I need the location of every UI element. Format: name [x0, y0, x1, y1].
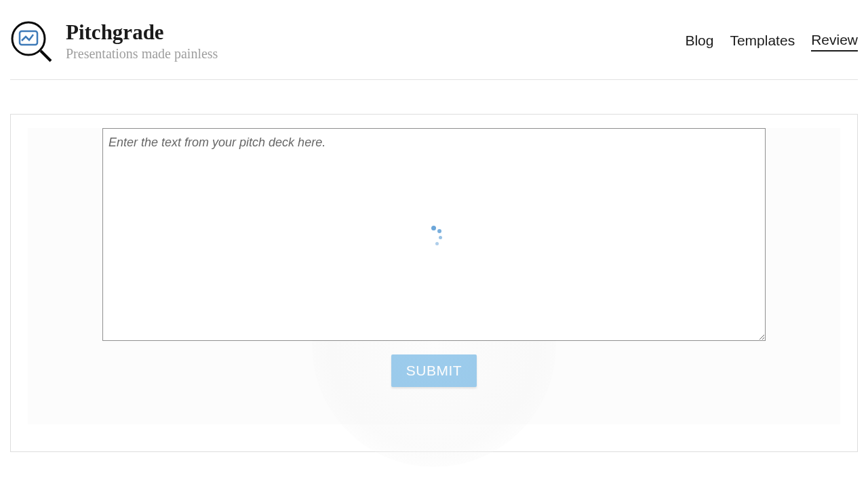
brand-text: Pitchgrade Presentations made painless: [66, 21, 218, 62]
brand-title: Pitchgrade: [66, 21, 218, 44]
submit-button[interactable]: SUBMIT: [391, 354, 477, 387]
pitch-textarea[interactable]: [102, 128, 766, 341]
nav: Blog Templates Review: [685, 32, 858, 52]
brand[interactable]: Pitchgrade Presentations made painless: [10, 20, 218, 62]
content-inner: SUBMIT: [28, 128, 840, 424]
header-divider: [10, 79, 858, 80]
nav-link-blog[interactable]: Blog: [685, 33, 713, 51]
header: Pitchgrade Presentations made painless B…: [0, 0, 868, 79]
nav-link-review[interactable]: Review: [811, 32, 858, 52]
page-filler: [0, 462, 868, 488]
content-panel: SUBMIT: [10, 114, 858, 452]
brand-tagline: Presentations made painless: [66, 46, 218, 62]
nav-link-templates[interactable]: Templates: [730, 33, 795, 51]
svg-line-1: [41, 51, 51, 61]
magnifier-chart-icon: [10, 20, 52, 62]
textarea-wrapper: [102, 128, 766, 344]
submit-wrapper: SUBMIT: [102, 354, 766, 387]
svg-rect-2: [20, 31, 37, 45]
